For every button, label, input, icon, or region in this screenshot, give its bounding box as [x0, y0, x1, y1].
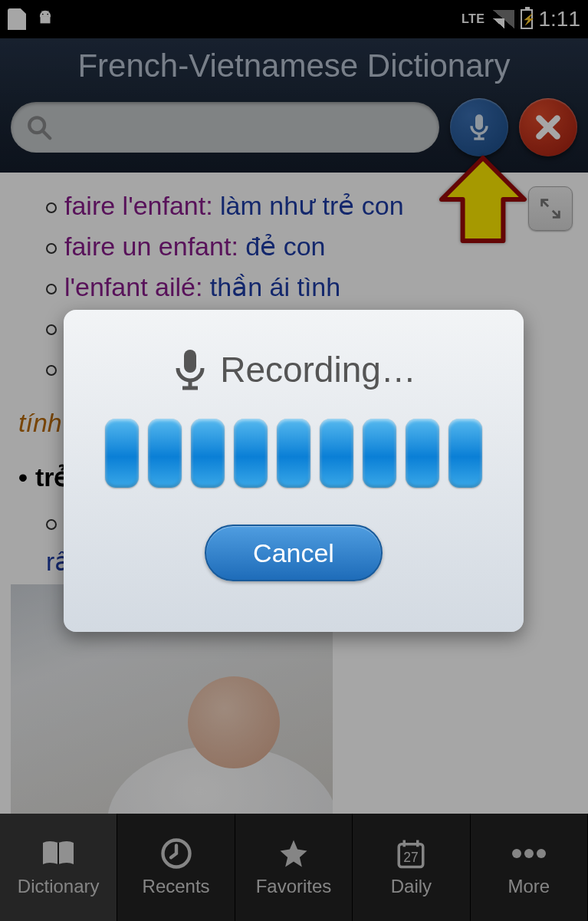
recording-dialog: Recording… Cancel: [64, 310, 524, 632]
cancel-button[interactable]: Cancel: [205, 525, 383, 581]
dialog-title: Recording…: [220, 349, 416, 390]
mic-icon: [171, 348, 209, 391]
recording-level: [105, 419, 482, 488]
svg-rect-19: [184, 350, 196, 373]
